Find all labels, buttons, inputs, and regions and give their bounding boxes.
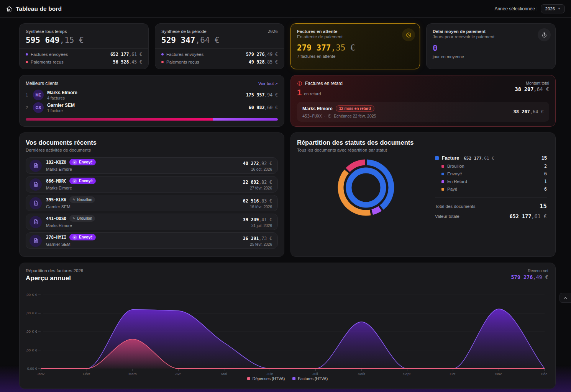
avatar: GS: [33, 102, 44, 113]
stopwatch-icon: [538, 28, 551, 41]
pink-square-icon: [441, 165, 444, 168]
card-payment-delay: Délai moyen de paiement Jours pour recev…: [426, 23, 556, 69]
overdue-badge: 12 mois en retard: [336, 105, 374, 112]
card-title: Factures en attente: [297, 29, 413, 34]
chart-legend: Dépenses (HTVA) Factures (HTVA): [26, 376, 549, 381]
arrow-up-right-icon: ↗: [275, 82, 278, 86]
blue-square-icon: [435, 156, 439, 160]
document-row[interactable]: 395-KLKVBrouillon Garnier SEM 62 516,83 …: [26, 195, 278, 211]
middle-row: Meilleurs clients Voir tout ↗ 1 ME Marks…: [19, 75, 556, 127]
card-subtitle: En attente de paiement: [297, 34, 413, 39]
clients-bar-first: [26, 118, 213, 121]
card-annual-overview: Répartition des factures 2026 Aperçu ann…: [19, 263, 556, 389]
stat-row-invoices-sent: Factures envoyées 579 276,49 €: [161, 52, 278, 57]
avatar: ME: [33, 90, 44, 100]
clock-small-icon: [328, 114, 331, 118]
scroll-to-top-button[interactable]: [560, 293, 571, 303]
card-subtitle: Jours pour recevoir le paiement: [433, 34, 549, 39]
documents-list: 102-KQZOEnvoyé Marks Elmore 48 272,92 €1…: [26, 157, 278, 249]
draft-icon: [72, 217, 75, 220]
document-row[interactable]: 441-DOSDBrouillon Marks Elmore 39 249,41…: [26, 214, 278, 230]
svg-text:Mai: Mai: [221, 372, 227, 376]
clock-icon: [402, 28, 415, 41]
period-year-badge: 2026: [268, 29, 278, 34]
overdue-invoice-row[interactable]: Marks Elmore 12 mois en retard 453-FUXX …: [297, 102, 549, 122]
rose-dot-icon: [161, 61, 164, 63]
overdue-count: 1: [297, 88, 302, 97]
card-overdue-invoices: Factures en retard 1 en retard Montant t…: [290, 75, 556, 127]
card-title: Vos documents récents: [26, 139, 278, 146]
status-badge: Envoyé: [69, 159, 96, 165]
card-subtitle: Tous les documents avec répartition par …: [297, 148, 549, 152]
purple-dot-icon: [26, 53, 28, 56]
document-row[interactable]: 102-KQZOEnvoyé Marks Elmore 48 272,92 €1…: [26, 157, 278, 174]
document-row[interactable]: 866-MDRCEnvoyé Marks Elmore 22 892,82 €2…: [26, 176, 278, 193]
home-icon: [6, 6, 12, 12]
svg-text:Oct.: Oct.: [450, 372, 456, 376]
card-subtitle: Répartition des factures 2026: [26, 268, 549, 273]
chevron-up-icon: [563, 296, 568, 300]
status-badge: Envoyé: [69, 178, 96, 184]
svg-text:Juil.: Juil.: [312, 372, 319, 376]
year-select[interactable]: 2026 ▼: [541, 4, 565, 13]
card-subtitle: Dernières activités de documents: [26, 148, 278, 152]
annual-area-chart: 0,00 €15,00 K €30,00 K €45,00 K €60,00 K…: [26, 284, 549, 376]
send-icon: [72, 179, 77, 183]
svg-text:Janv.: Janv.: [37, 372, 45, 376]
svg-text:15,00 K €: 15,00 K €: [26, 348, 38, 352]
card-title: Factures en retard: [305, 81, 343, 86]
period-amount: 529 347,64 €: [161, 36, 278, 45]
legend-row-brouillon: Brouillon 2: [436, 163, 547, 169]
card-title: Aperçu annuel: [26, 274, 549, 282]
svg-text:Avr.: Avr.: [175, 372, 181, 376]
purple-square-icon: [292, 377, 295, 380]
all-time-amount: 595 649,15 €: [26, 36, 142, 45]
total-value-row: Valeur totale 652 177,61 €: [435, 213, 547, 219]
card-pending-invoices: Factures en attente En attente de paieme…: [290, 23, 420, 69]
lower-row: Vos documents récents Dernières activité…: [19, 132, 556, 257]
status-badge: Brouillon: [69, 215, 95, 222]
card-all-time-summary: Synthèse tous temps 595 649,15 € Facture…: [19, 23, 149, 69]
purple-dot-icon: [161, 53, 164, 56]
send-icon: [72, 235, 77, 240]
document-icon: [30, 160, 42, 172]
invoice-ref: 453-FUXX: [302, 114, 322, 118]
net-revenue-amount: 579 276,49 €: [511, 274, 548, 280]
card-status-distribution: Répartition des statuts des documents To…: [290, 132, 556, 257]
card-title: Synthèse de la période: [161, 29, 278, 34]
overdue-total-amount: 38 207,64 €: [515, 86, 549, 92]
rose-square-icon: [247, 377, 250, 380]
status-badge: Envoyé: [69, 234, 96, 240]
due-date: Échéance 22 févr. 2025: [334, 114, 376, 118]
stat-row-invoices-sent: Factures envoyées 652 177,61 €: [26, 52, 142, 57]
orange-square-icon: [441, 188, 444, 191]
document-row[interactable]: 278-HYIIEnvoyé Garnier SEM 36 391,73 €25…: [26, 232, 278, 249]
svg-text:Août: Août: [358, 372, 365, 376]
svg-text:60,00 K €: 60,00 K €: [26, 292, 38, 297]
card-title: Meilleurs clients: [26, 81, 58, 86]
view-all-link[interactable]: Voir tout ↗: [258, 81, 278, 86]
overdue-total-label: Montant total: [515, 81, 549, 85]
svg-text:Déc.: Déc.: [541, 372, 548, 376]
dashboard-main: Synthèse tous temps 595 649,15 € Facture…: [0, 18, 571, 389]
client-row[interactable]: 2 GS Garnier SEM 1 facture 60 982,60 €: [26, 102, 278, 113]
legend-facture-row: Facture 652 177,61 € 15: [435, 155, 547, 161]
send-icon: [72, 160, 77, 165]
purple-square-icon: [441, 180, 444, 183]
svg-text:30,00 K €: 30,00 K €: [26, 329, 38, 333]
svg-text:Nov.: Nov.: [495, 372, 502, 376]
year-select-label: Année sélectionnée :: [494, 6, 537, 11]
year-select-value: 2026: [545, 7, 555, 11]
delay-caption: jour en moyenne: [433, 54, 549, 59]
delay-value: 0: [433, 44, 549, 53]
status-donut-chart: [336, 157, 396, 218]
card-title: Synthèse tous temps: [26, 29, 142, 34]
document-icon: [30, 197, 42, 209]
legend-factures: Factures (HTVA): [292, 376, 328, 381]
client-row[interactable]: 1 ME Marks Elmore 4 factures 175 357,94 …: [26, 90, 278, 100]
page-title: Tableau de bord: [16, 5, 62, 12]
status-legend: Facture 652 177,61 € 15 Brouillon 2 Envo…: [435, 155, 549, 219]
clients-share-bar: [26, 118, 278, 121]
legend-row-paye: Payé 6: [436, 186, 547, 192]
document-icon: [30, 178, 42, 191]
